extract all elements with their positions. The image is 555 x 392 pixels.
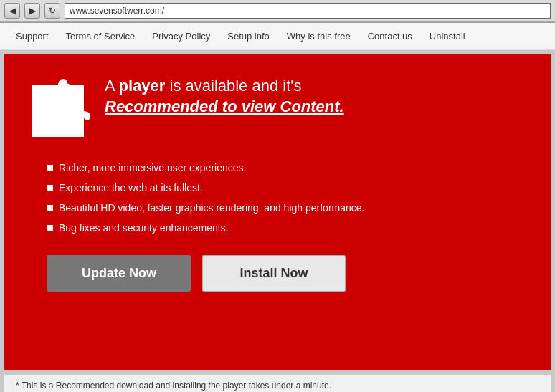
features-list: Richer, more immersive user experiences.…: [47, 162, 529, 234]
feature-text: Richer, more immersive user experiences.: [59, 162, 246, 173]
browser-toolbar: ◀ ▶ ↻: [0, 0, 555, 22]
main-content: A player is available and it's Recommend…: [4, 54, 551, 370]
headline: A player is available and it's Recommend…: [105, 69, 344, 117]
feature-item: Bug fixes and security enhancements.: [47, 222, 529, 234]
forward-button[interactable]: ▶: [24, 3, 40, 19]
nav-item-tos[interactable]: Terms of Service: [57, 31, 144, 42]
nav-item-contact[interactable]: Contact us: [359, 31, 421, 42]
nav-item-why[interactable]: Why is this free: [278, 31, 359, 42]
feature-item: Beautiful HD video, faster graphics rend…: [47, 202, 529, 214]
nav-item-privacy[interactable]: Privacy Policy: [143, 31, 219, 42]
top-section: A player is available and it's Recommend…: [26, 69, 529, 140]
update-now-button[interactable]: Update Now: [47, 255, 191, 292]
bullet-icon: [47, 205, 53, 211]
feature-text: Bug fixes and security enhancements.: [59, 222, 229, 234]
feature-text: Beautiful HD video, faster graphics rend…: [59, 202, 364, 214]
address-bar[interactable]: [65, 3, 551, 19]
buttons-row: Update Now Install Now: [47, 255, 529, 292]
nav-item-setup[interactable]: Setup info: [219, 31, 278, 42]
footer-note: * This is a Recommended download and ins…: [4, 374, 551, 392]
back-button[interactable]: ◀: [4, 3, 20, 19]
feature-item: Richer, more immersive user experiences.: [47, 162, 529, 173]
nav-item-uninstall[interactable]: Uninstall: [421, 31, 474, 42]
feature-text: Experience the web at its fullest.: [59, 182, 203, 193]
browser-chrome: ◀ ▶ ↻: [0, 0, 555, 23]
hero-text: A player is available and it's Recommend…: [105, 69, 344, 117]
refresh-button[interactable]: ↻: [44, 3, 60, 19]
puzzle-icon: [26, 76, 90, 140]
bullet-icon: [47, 225, 53, 231]
bullet-icon: [47, 165, 53, 171]
feature-item: Experience the web at its fullest.: [47, 182, 529, 193]
install-now-button[interactable]: Install Now: [202, 255, 346, 292]
bullet-icon: [47, 185, 53, 191]
headline-bold: player: [119, 77, 166, 95]
site-nav: SupportTerms of ServicePrivacy PolicySet…: [0, 23, 555, 50]
nav-item-support[interactable]: Support: [7, 31, 57, 42]
headline-link: Recommended to view Content.: [105, 97, 344, 118]
